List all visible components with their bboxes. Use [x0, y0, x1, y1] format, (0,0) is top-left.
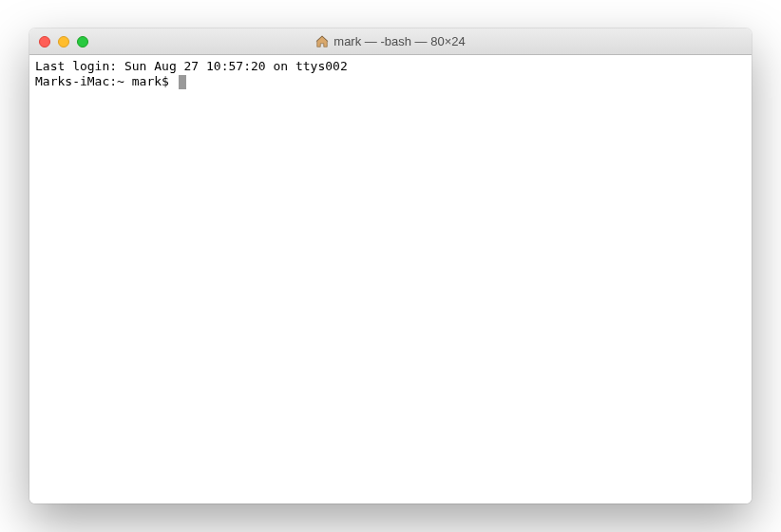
close-button[interactable]	[39, 36, 50, 48]
home-icon	[315, 35, 329, 48]
last-login-line: Last login: Sun Aug 27 10:57:20 on ttys0…	[35, 59, 746, 74]
titlebar[interactable]: mark — -bash — 80×24	[29, 28, 752, 55]
maximize-button[interactable]	[77, 36, 88, 48]
minimize-button[interactable]	[58, 36, 69, 48]
prompt-text: Marks-iMac:~ mark$	[35, 74, 177, 89]
prompt-line: Marks-iMac:~ mark$	[35, 74, 746, 89]
terminal-body[interactable]: Last login: Sun Aug 27 10:57:20 on ttys0…	[29, 55, 752, 504]
window-title-wrap: mark — -bash — 80×24	[29, 34, 752, 48]
window-title: mark — -bash — 80×24	[333, 34, 465, 48]
traffic-lights	[29, 36, 88, 48]
cursor	[179, 75, 186, 89]
terminal-window: mark — -bash — 80×24 Last login: Sun Aug…	[29, 28, 752, 504]
